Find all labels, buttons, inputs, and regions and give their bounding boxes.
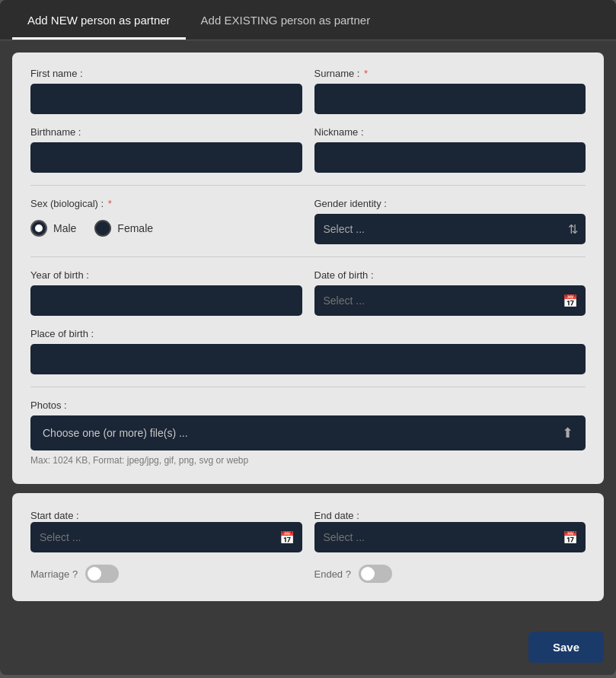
sex-female-radio[interactable] xyxy=(94,220,111,237)
upload-icon: ⬆ xyxy=(562,425,573,441)
dates-row: Start date : 📅 End date : 📅 xyxy=(30,508,586,552)
first-name-label: First name : xyxy=(30,68,302,79)
sex-male-option[interactable]: Male xyxy=(30,220,76,237)
marriage-label: Marriage ? xyxy=(30,568,78,580)
gender-identity-group: Gender identity : Select ... Male Female… xyxy=(314,198,586,244)
date-of-birth-wrapper: 📅 xyxy=(314,285,586,316)
photos-section: Photos : Choose one (or more) file(s) ..… xyxy=(30,399,586,466)
gender-identity-select-wrapper: Select ... Male Female Non-binary Other … xyxy=(314,214,586,244)
photos-label: Photos : xyxy=(30,399,586,411)
divider-1 xyxy=(30,185,586,186)
name-row: First name : Surname : * xyxy=(30,68,586,114)
divider-3 xyxy=(30,387,586,387)
date-of-birth-group: Date of birth : 📅 xyxy=(314,269,586,316)
modal-container: Add NEW person as partner Add EXISTING p… xyxy=(0,0,616,675)
first-name-input[interactable] xyxy=(30,84,302,114)
sex-group: Sex (biological) : * Male Female xyxy=(30,198,302,244)
place-of-birth-group: Place of birth : xyxy=(30,328,586,374)
date-of-birth-input[interactable] xyxy=(314,285,586,316)
tab-new-person[interactable]: Add NEW person as partner xyxy=(12,0,186,40)
gender-identity-label: Gender identity : xyxy=(314,198,586,209)
nickname-input[interactable] xyxy=(314,142,586,173)
file-upload-label: Choose one (or more) file(s) ... xyxy=(43,427,188,439)
surname-group: Surname : * xyxy=(314,68,586,114)
place-row: Place of birth : xyxy=(30,328,586,374)
end-date-label: End date : xyxy=(314,510,359,521)
end-date-input[interactable] xyxy=(314,522,586,552)
ended-toggle[interactable] xyxy=(359,565,392,583)
end-date-group: End date : 📅 xyxy=(314,508,586,552)
sex-female-option[interactable]: Female xyxy=(94,220,153,237)
marriage-toggle[interactable] xyxy=(85,565,119,583)
sex-label: Sex (biological) : * xyxy=(30,198,302,209)
tab-existing-person[interactable]: Add EXISTING person as partner xyxy=(186,0,386,40)
sex-radio-group: Male Female xyxy=(30,220,302,237)
sex-gender-row: Sex (biological) : * Male Female xyxy=(30,198,586,244)
sex-male-label: Male xyxy=(53,222,76,234)
file-hint-text: Max: 1024 KB, Format: jpeg/jpg, gif, png… xyxy=(30,455,586,466)
place-of-birth-label: Place of birth : xyxy=(30,328,586,339)
gender-identity-select[interactable]: Select ... Male Female Non-binary Other xyxy=(314,214,586,244)
birthname-input[interactable] xyxy=(30,142,302,173)
footer: Save xyxy=(0,622,616,675)
ended-toggle-group: Ended ? xyxy=(314,565,586,583)
marriage-toggle-group: Marriage ? xyxy=(30,565,302,583)
place-of-birth-input[interactable] xyxy=(30,344,586,374)
year-of-birth-group: Year of birth : xyxy=(30,269,302,316)
sex-male-radio[interactable] xyxy=(30,220,47,237)
start-date-label: Start date : xyxy=(30,510,79,521)
year-of-birth-label: Year of birth : xyxy=(30,269,302,281)
surname-input[interactable] xyxy=(314,84,586,114)
save-button[interactable]: Save xyxy=(528,632,604,663)
nickname-group: Nickname : xyxy=(314,126,586,173)
nickname-label: Nickname : xyxy=(314,126,586,138)
sex-female-label: Female xyxy=(117,222,153,234)
toggle-row: Marriage ? Ended ? xyxy=(30,565,586,583)
file-upload-button[interactable]: Choose one (or more) file(s) ... ⬆ xyxy=(30,415,586,450)
birth-row: Year of birth : Date of birth : 📅 xyxy=(30,269,586,316)
person-form-card: First name : Surname : * Birthname : xyxy=(12,53,604,484)
surname-required: * xyxy=(361,68,368,79)
birthname-group: Birthname : xyxy=(30,126,302,173)
start-date-wrapper: 📅 xyxy=(30,522,302,552)
tab-bar: Add NEW person as partner Add EXISTING p… xyxy=(0,0,616,40)
start-date-group: Start date : 📅 xyxy=(30,508,302,552)
end-date-wrapper: 📅 xyxy=(314,522,586,552)
birthname-row: Birthname : Nickname : xyxy=(30,126,586,173)
year-of-birth-input[interactable] xyxy=(30,285,302,316)
birthname-label: Birthname : xyxy=(30,126,302,138)
ended-label: Ended ? xyxy=(314,568,351,580)
relation-card: Start date : 📅 End date : 📅 Marri xyxy=(12,493,604,601)
surname-label: Surname : * xyxy=(314,68,586,79)
form-content: First name : Surname : * Birthname : xyxy=(0,40,616,622)
first-name-group: First name : xyxy=(30,68,302,114)
divider-2 xyxy=(30,256,586,257)
date-of-birth-label: Date of birth : xyxy=(314,269,586,281)
start-date-input[interactable] xyxy=(30,522,302,552)
